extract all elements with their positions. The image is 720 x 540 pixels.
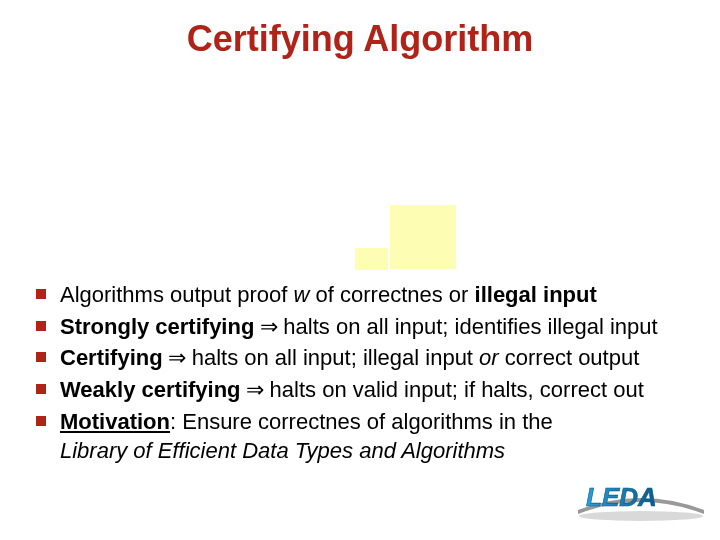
bullet-text: or (479, 345, 499, 370)
implies-icon: ⇒ (241, 377, 270, 402)
implies-icon: ⇒ (254, 314, 283, 339)
bullet-text: Strongly certifying (60, 314, 254, 339)
svg-point-0 (579, 511, 703, 521)
bullet-text: : Ensure correctnes of algorithms in the (170, 409, 553, 434)
bullet-text: halts on all input; illegal input (192, 345, 479, 370)
bullet-icon (36, 289, 46, 299)
list-item: Algorithms output proof w of correctnes … (32, 280, 692, 310)
leda-logo: LEDA (576, 476, 706, 522)
list-item: Motivation: Ensure correctnes of algorit… (32, 407, 692, 466)
bullet-list: Algorithms output proof w of correctnes … (32, 280, 692, 468)
bullet-text: correct output (499, 345, 640, 370)
list-item: Strongly certifying ⇒ halts on all input… (32, 312, 692, 342)
bullet-icon (36, 352, 46, 362)
bullet-text: halts on valid input; if halts, correct … (270, 377, 644, 402)
bullet-text: halts on all input; identifies illegal i… (283, 314, 657, 339)
bullet-text: Certifying (60, 345, 163, 370)
bullet-icon (36, 321, 46, 331)
bullet-icon (36, 416, 46, 426)
bullet-icon (36, 384, 46, 394)
implies-icon: ⇒ (163, 345, 192, 370)
highlight-box-small (355, 248, 388, 270)
bullet-text: Library of Efficient Data Types and Algo… (60, 438, 505, 463)
bullet-text: Motivation (60, 409, 170, 434)
highlight-box-large (390, 205, 456, 269)
bullet-text: w (294, 282, 310, 307)
bullet-text: Weakly certifying (60, 377, 241, 402)
logo-text: LEDA (586, 482, 657, 512)
list-item: Weakly certifying ⇒ halts on valid input… (32, 375, 692, 405)
slide-title: Certifying Algorithm (0, 18, 720, 60)
bullet-text: of correctnes or (309, 282, 474, 307)
list-item: Certifying ⇒ halts on all input; illegal… (32, 343, 692, 373)
bullet-text: illegal input (475, 282, 597, 307)
bullet-text: Algorithms output proof (60, 282, 294, 307)
